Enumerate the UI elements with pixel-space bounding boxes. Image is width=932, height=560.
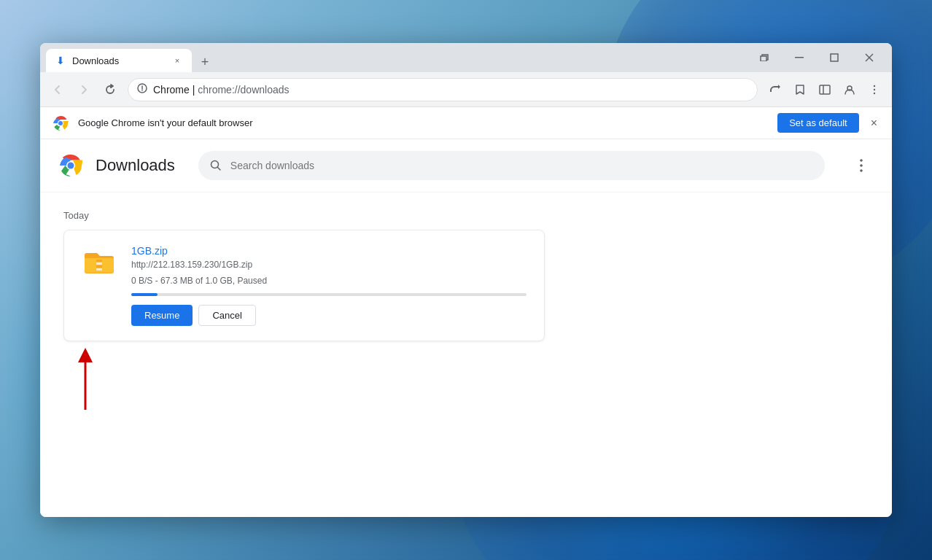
restore-button[interactable] — [747, 46, 781, 69]
svg-rect-25 — [96, 265, 102, 268]
forward-button[interactable] — [72, 78, 96, 101]
date-label: Today — [63, 210, 869, 221]
minimize-button[interactable] — [783, 46, 816, 69]
download-info: 1GB.zip http://212.183.159.230/1GB.zip 0… — [131, 245, 527, 326]
search-icon — [210, 160, 222, 171]
download-status: 0 B/S - 67.3 MB of 1.0 GB, Paused — [131, 276, 527, 286]
notification-bar: Google Chrome isn't your default browser… — [40, 107, 892, 139]
tab-title: Downloads — [72, 55, 166, 66]
toolbar-actions — [764, 78, 886, 101]
search-bar[interactable] — [198, 151, 825, 180]
svg-rect-0 — [761, 56, 766, 61]
chrome-logo-notification — [52, 114, 69, 132]
svg-rect-23 — [96, 260, 102, 262]
svg-rect-2 — [831, 54, 838, 61]
menu-button[interactable] — [863, 78, 886, 101]
svg-point-20 — [860, 159, 863, 162]
address-url: chrome://downloads — [198, 84, 289, 96]
share-button[interactable] — [764, 78, 787, 101]
download-card: 1GB.zip http://212.183.159.230/1GB.zip 0… — [63, 230, 545, 341]
svg-rect-6 — [820, 85, 830, 94]
svg-point-21 — [860, 164, 863, 167]
svg-rect-1 — [795, 57, 804, 58]
new-tab-button[interactable]: + — [195, 52, 215, 72]
more-options-button[interactable] — [848, 152, 874, 179]
maximize-button[interactable] — [818, 46, 851, 69]
svg-rect-26 — [96, 268, 102, 271]
back-button[interactable] — [46, 78, 69, 101]
svg-point-22 — [860, 169, 863, 172]
cancel-button[interactable]: Cancel — [198, 305, 255, 326]
browser-window: ⬇ Downloads × + — [40, 43, 892, 517]
security-icon — [137, 83, 147, 96]
svg-rect-24 — [96, 262, 102, 265]
site-name: Chrome — [153, 84, 190, 96]
search-input[interactable] — [230, 160, 813, 171]
svg-point-10 — [874, 88, 875, 90]
reload-button[interactable] — [98, 78, 122, 101]
chrome-logo-main — [58, 152, 84, 179]
download-actions: Resume Cancel — [131, 305, 527, 326]
file-icon — [82, 245, 117, 280]
svg-point-17 — [68, 163, 74, 169]
tab-close-button[interactable]: × — [171, 55, 183, 66]
resume-button[interactable]: Resume — [131, 305, 193, 326]
progress-bar-fill — [131, 293, 158, 296]
toolbar: Chrome | chrome://downloads — [40, 72, 892, 107]
download-url: http://212.183.159.230/1GB.zip — [131, 260, 527, 270]
set-default-button[interactable]: Set as default — [777, 113, 859, 133]
notification-close-button[interactable]: × — [868, 114, 880, 133]
address-text: Chrome | chrome://downloads — [153, 84, 748, 96]
window-controls — [747, 46, 886, 69]
title-bar: ⬇ Downloads × + — [40, 43, 892, 72]
svg-point-9 — [874, 85, 875, 86]
downloads-list: Today 1GB.zip — [40, 192, 892, 359]
close-button[interactable] — [853, 46, 886, 69]
profile-button[interactable] — [838, 78, 861, 101]
notification-text: Google Chrome isn't your default browser — [78, 117, 769, 128]
downloads-header: Downloads — [40, 139, 892, 192]
page-title: Downloads — [96, 156, 175, 175]
address-bar[interactable]: Chrome | chrome://downloads — [128, 78, 758, 101]
download-filename[interactable]: 1GB.zip — [131, 245, 527, 257]
tab-strip: ⬇ Downloads × + — [46, 43, 742, 72]
sidebar-button[interactable] — [813, 78, 836, 101]
progress-bar-container — [131, 293, 527, 296]
page-content: Downloads Today — [40, 139, 892, 517]
svg-point-11 — [874, 92, 875, 93]
active-tab[interactable]: ⬇ Downloads × — [46, 49, 192, 72]
tab-favicon: ⬇ — [55, 55, 66, 66]
bookmark-button[interactable] — [788, 78, 812, 101]
svg-point-14 — [58, 121, 63, 125]
svg-line-19 — [217, 168, 220, 171]
